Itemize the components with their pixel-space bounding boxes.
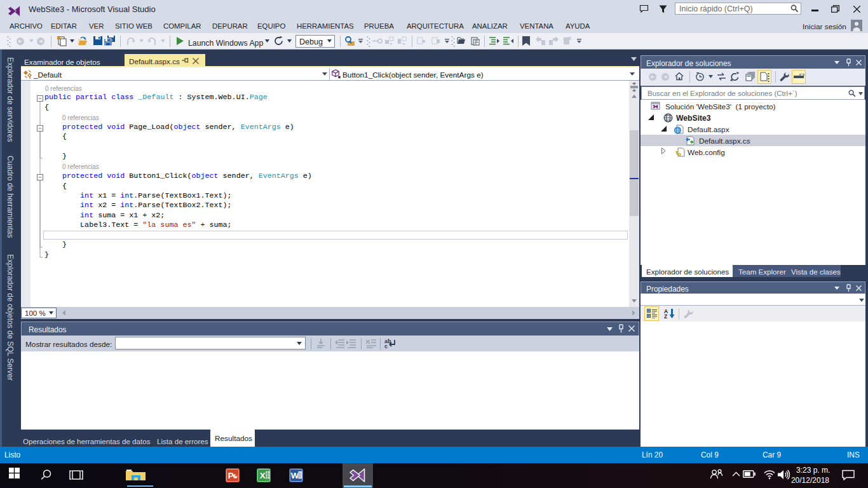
svg-text:X: X [260, 471, 266, 480]
svg-text:c: c [384, 343, 388, 349]
svg-text:Z: Z [664, 313, 667, 318]
svg-text:W: W [291, 471, 299, 480]
svg-text:P: P [228, 471, 234, 480]
